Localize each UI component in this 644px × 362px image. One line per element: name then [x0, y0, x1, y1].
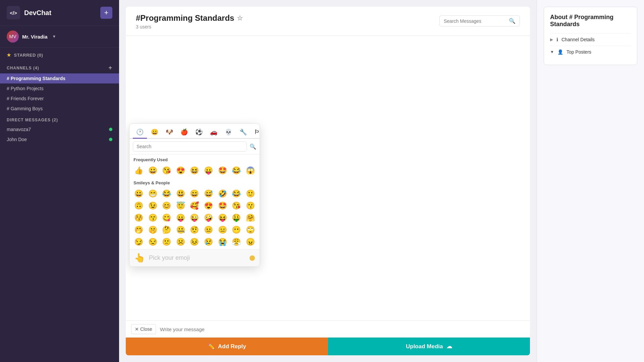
about-title: About # Programming Standards	[550, 14, 631, 28]
emoji-cell[interactable]: 😠	[244, 236, 257, 248]
logo-icon: </>	[7, 6, 20, 19]
emoji-cell[interactable]: 😊	[160, 200, 173, 212]
channel-star-icon[interactable]: ☆	[237, 14, 243, 22]
emoji-tab-smileys[interactable]: 😀	[148, 126, 162, 139]
sidebar-item-gamming-boys[interactable]: # Gamming Boys	[0, 104, 119, 114]
emoji-cell[interactable]: 😭	[216, 236, 229, 248]
emoji-cell[interactable]: 😃	[174, 188, 187, 199]
emoji-cell[interactable]: 🙄	[244, 224, 257, 236]
dm-section-header: DIRECT MESSAGES (2)	[0, 114, 119, 124]
emoji-cell[interactable]: 😐	[202, 224, 215, 236]
emoji-cell[interactable]: 😣	[188, 236, 201, 248]
emoji-search-input[interactable]	[133, 141, 247, 152]
emoji-skin-tone[interactable]	[250, 255, 255, 261]
search-icon[interactable]: 🔍	[509, 18, 516, 24]
emoji-cell[interactable]: 😚	[132, 212, 146, 224]
channel-details-row[interactable]: ▶ ℹ Channel Details	[550, 33, 631, 46]
emoji-cell[interactable]: 🙂	[244, 188, 257, 199]
emoji-tab-sports[interactable]: ⚽	[192, 126, 206, 139]
chat-area: 🕐 😀 🐶 🍎 ⚽ 🚗 💀 🔧 🏳 🔍 Frequently Used 👍😀😘😍…	[126, 36, 530, 320]
emoji-tab-food[interactable]: 🍎	[177, 126, 191, 139]
emoji-tab-animals[interactable]: 🐶	[162, 126, 176, 139]
emoji-cell[interactable]: 😛	[174, 212, 187, 224]
emoji-cell[interactable]: 🤨	[188, 224, 201, 236]
sidebar-item-python-projects[interactable]: # Python Projects	[0, 83, 119, 94]
channel-name: # Python Projects	[7, 86, 44, 91]
emoji-cell[interactable]: 😑	[216, 224, 229, 236]
top-posters-row[interactable]: ▼ 👤 Top Posters	[550, 46, 631, 58]
emoji-tab-flags[interactable]: 🏳	[251, 127, 260, 139]
emoji-cell[interactable]: 😶	[230, 224, 243, 236]
emoji-cell[interactable]: 🤫	[146, 224, 160, 236]
sidebar: </> DevChat + MV Mr. Viradia ▼ ★ STARRED…	[0, 0, 119, 362]
emoji-cell[interactable]: 😢	[202, 236, 215, 248]
emoji-cell[interactable]: 😘	[230, 200, 243, 212]
dm-item-john-doe[interactable]: John Doe	[0, 134, 119, 144]
emoji-cell[interactable]: 😙	[146, 212, 160, 224]
emoji-cell[interactable]: 😁	[146, 188, 160, 199]
user-row[interactable]: MV Mr. Viradia ▼	[0, 26, 119, 48]
emoji-cell[interactable]: 🥰	[188, 200, 201, 212]
emoji-cell[interactable]: 🤣	[216, 188, 229, 199]
emoji-cell[interactable]: 😂	[160, 188, 173, 199]
emoji-cell[interactable]: 😅	[202, 188, 215, 199]
message-input-area: ✕ Close	[126, 320, 530, 338]
emoji-cell[interactable]: 🤭	[132, 224, 146, 236]
online-dot	[109, 138, 112, 141]
emoji-cell[interactable]: 😗	[244, 200, 257, 212]
right-panel: About # Programming Standards ▶ ℹ Channe…	[537, 0, 644, 362]
emoji-cell[interactable]: 😂	[230, 188, 243, 199]
dm-item-manavoza7[interactable]: manavoza7	[0, 124, 119, 134]
emoji-cell[interactable]: 🤩	[216, 200, 229, 212]
emoji-cell[interactable]: 🙃	[132, 200, 146, 212]
add-channel-button[interactable]: +	[100, 7, 112, 19]
close-button[interactable]: ✕ Close	[131, 324, 156, 334]
emoji-cell[interactable]: 😍	[174, 165, 187, 176]
emoji-tab-travel[interactable]: 🚗	[207, 126, 221, 139]
emoji-cell[interactable]: 🤗	[244, 212, 257, 224]
emoji-cell[interactable]: 😀	[146, 165, 160, 176]
emoji-cell[interactable]: 😋	[160, 212, 173, 224]
emoji-cell[interactable]: 😀	[132, 188, 146, 199]
emoji-cell[interactable]: 🤔	[160, 224, 173, 236]
dm-name: manavoza7	[7, 127, 31, 132]
emoji-cell[interactable]: 😍	[202, 200, 215, 212]
edit-icon: ✏️	[208, 343, 215, 350]
emoji-cell[interactable]: 😘	[160, 165, 173, 176]
add-channel-icon[interactable]: +	[108, 64, 112, 71]
emoji-cell[interactable]: 😏	[132, 236, 146, 248]
search-messages-container: 🔍	[439, 15, 520, 26]
emoji-cell[interactable]: 🤩	[216, 165, 229, 176]
user-count: 3 users	[136, 24, 243, 29]
channels-label: CHANNELS (4)	[7, 66, 39, 70]
message-input[interactable]	[160, 326, 525, 332]
add-reply-button[interactable]: ✏️ Add Reply	[126, 338, 328, 355]
emoji-cell[interactable]: 😤	[230, 236, 243, 248]
emoji-cell[interactable]: 😉	[146, 200, 160, 212]
emoji-cell[interactable]: 🤑	[230, 212, 243, 224]
sidebar-item-friends-forever[interactable]: # Friends Forever	[0, 94, 119, 104]
search-messages-input[interactable]	[444, 18, 506, 24]
app-title: DevChat	[24, 9, 51, 17]
emoji-tab-recent[interactable]: 🕐	[133, 126, 147, 139]
emoji-cell[interactable]: 😆	[188, 165, 201, 176]
emoji-cell[interactable]: 😄	[188, 188, 201, 199]
emoji-cell[interactable]: 😜	[188, 212, 201, 224]
starred-label: STARRED (0)	[14, 53, 43, 58]
emoji-cell[interactable]: ☹️	[174, 236, 187, 248]
emoji-cell[interactable]: 😝	[216, 212, 229, 224]
sidebar-item-programming-standards[interactable]: # Programming Standards	[0, 73, 119, 83]
emoji-cell[interactable]: 🤪	[202, 212, 215, 224]
emoji-cell[interactable]: 😛	[202, 165, 215, 176]
upload-media-button[interactable]: Upload Media ☁	[328, 338, 530, 355]
emoji-cell[interactable]: 😇	[174, 200, 187, 212]
emoji-tab-symbols[interactable]: 🔧	[236, 126, 250, 139]
emoji-cell[interactable]: 👍	[132, 165, 146, 176]
emoji-cell[interactable]: 😂	[230, 165, 243, 176]
emoji-cell[interactable]: 😒	[146, 236, 160, 248]
emoji-cell[interactable]: 🙁	[160, 236, 173, 248]
user-dropdown-arrow[interactable]: ▼	[52, 34, 56, 39]
emoji-tab-objects[interactable]: 💀	[221, 126, 235, 139]
emoji-cell[interactable]: 😱	[244, 165, 257, 176]
emoji-cell[interactable]: 🤐	[174, 224, 187, 236]
